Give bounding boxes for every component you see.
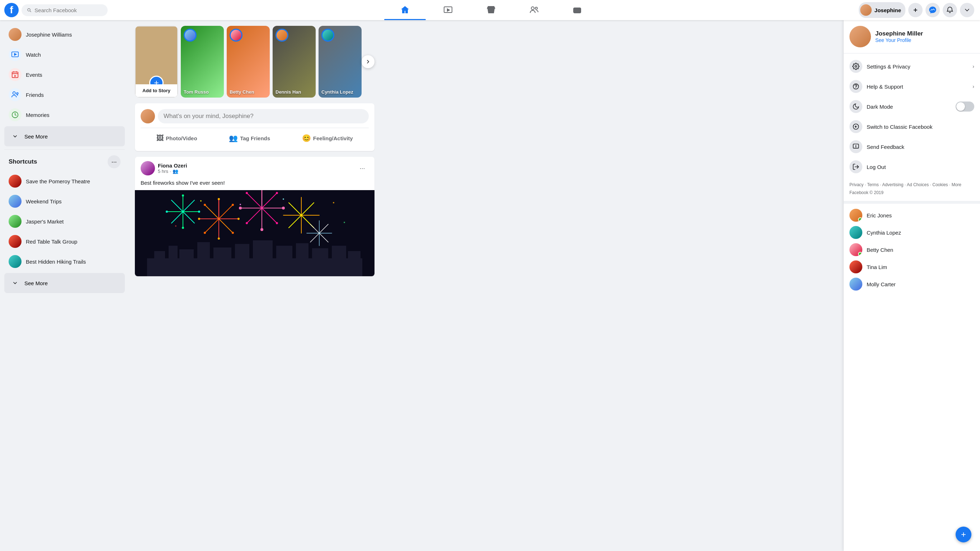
contact-tina-lim[interactable]: Tina Lim — [844, 258, 980, 276]
chevron-icon-container — [9, 130, 22, 143]
svg-rect-26 — [154, 251, 165, 262]
story-card-dennis-han[interactable]: Dennis Han — [273, 26, 316, 97]
svg-marker-15 — [14, 53, 17, 56]
sidebar-item-watch[interactable]: Watch — [4, 45, 125, 65]
nav-home-button[interactable] — [384, 2, 426, 19]
see-more-nav-button[interactable]: See More — [4, 126, 125, 147]
post-user-name[interactable]: Fiona Ozeri — [158, 162, 187, 169]
footer-cookies[interactable]: Cookies — [932, 182, 948, 187]
watch-label: Watch — [26, 52, 41, 58]
post-input[interactable] — [158, 109, 369, 123]
svg-rect-34 — [296, 243, 309, 262]
contact-molly-carter[interactable]: Molly Carter — [844, 276, 980, 293]
sidebar-item-profile[interactable]: Josephine Williams — [4, 24, 125, 45]
settings-icon — [850, 60, 862, 73]
story-avatar-betty — [229, 29, 242, 41]
add-story-card[interactable]: + Add to Story — [135, 26, 178, 97]
post-action-feeling[interactable]: 😊 Feeling/Activity — [296, 131, 359, 145]
search-input[interactable] — [35, 7, 103, 13]
profile-card[interactable]: Josephine Miller See Your Profile — [844, 20, 980, 53]
friends-icon-container — [9, 88, 22, 101]
svg-point-63 — [198, 210, 200, 213]
chevron-shortcuts-icon-container — [9, 277, 22, 290]
shortcut-item-weekend-trips[interactable]: Weekend Trips — [4, 191, 125, 211]
dark-mode-toggle[interactable] — [956, 102, 974, 111]
facebook-logo[interactable]: f — [4, 3, 19, 17]
watch-icon-container — [9, 48, 22, 61]
contact-betty-chen[interactable]: Betty Chen — [844, 241, 980, 258]
topnav-left: f — [0, 3, 129, 17]
chevron-down-icon — [964, 6, 970, 14]
profile-card-avatar — [850, 26, 871, 47]
stories-next-button[interactable] — [361, 55, 374, 68]
sidebar-item-memories[interactable]: Memories — [4, 105, 125, 125]
svg-point-2 — [489, 10, 490, 11]
shortcut-item-jaspers-market[interactable]: Jasper's Market — [4, 211, 125, 231]
sidebar-item-events[interactable]: Events — [4, 65, 125, 84]
photo-video-icon: 🖼 — [156, 134, 164, 142]
friends-icon — [11, 91, 19, 99]
post-action-photo-video[interactable]: 🖼 Photo/Video — [151, 131, 203, 145]
new-message-fab[interactable]: + — [956, 527, 971, 542]
svg-point-77 — [276, 222, 278, 224]
menu-item-feedback[interactable]: Send Feedback — [844, 137, 980, 157]
create-button[interactable] — [908, 3, 923, 17]
menu-item-settings[interactable]: Settings & Privacy › — [844, 56, 980, 76]
center-content: + Add to Story Tom Russo Betty Chen — [129, 20, 380, 551]
post-action-tag-friends[interactable]: 👥 Tag Friends — [223, 131, 276, 145]
nav-marketplace-button[interactable] — [470, 2, 512, 19]
contact-name-betty: Betty Chen — [867, 247, 893, 253]
story-card-tom-russo[interactable]: Tom Russo — [181, 26, 224, 97]
svg-point-76 — [282, 207, 285, 210]
footer-ad-choices[interactable]: Ad Choices — [907, 182, 929, 187]
menu-item-help[interactable]: Help & Support › — [844, 76, 980, 97]
nav-watch-button[interactable] — [427, 2, 469, 19]
shortcut-item-hiking[interactable]: Best Hidden Hiking Trails — [4, 252, 125, 272]
story-card-betty-chen[interactable]: Betty Chen — [227, 26, 270, 97]
svg-point-4 — [531, 7, 534, 10]
menu-item-classic[interactable]: Switch to Classic Facebook — [844, 116, 980, 137]
contact-avatar-molly — [850, 278, 862, 291]
footer-advertising[interactable]: Advertising — [882, 182, 903, 187]
svg-point-98 — [200, 200, 202, 202]
contact-name-eric: Eric Jones — [867, 212, 892, 218]
messenger-button[interactable] — [926, 3, 940, 17]
menu-button[interactable] — [960, 3, 974, 17]
see-more-shortcuts-button[interactable]: See More — [4, 273, 125, 293]
contact-eric-jones[interactable]: Eric Jones — [844, 207, 980, 224]
watch-icon — [443, 5, 453, 15]
search-bar[interactable] — [22, 4, 108, 16]
nav-gaming-button[interactable] — [556, 2, 598, 19]
shortcut-item-red-table[interactable]: Red Table Talk Group — [4, 231, 125, 252]
notifications-button[interactable] — [943, 3, 957, 17]
footer-more[interactable]: More — [952, 182, 961, 187]
menu-item-logout[interactable]: Log Out — [844, 157, 980, 177]
shortcut-item-save-pomeroy[interactable]: Save the Pomeroy Theatre — [4, 171, 125, 191]
profile-button[interactable]: Josephine — [859, 2, 905, 18]
help-label: Help & Support — [867, 84, 968, 90]
shortcut-red-table-icon — [9, 235, 22, 248]
see-profile-link[interactable]: See Your Profile — [875, 37, 923, 43]
profile-card-info: Josephine Miller See Your Profile — [875, 30, 923, 43]
nav-groups-button[interactable] — [513, 2, 555, 19]
footer-privacy[interactable]: Privacy — [850, 182, 864, 187]
contact-cynthia-lopez[interactable]: Cynthia Lopez — [844, 224, 980, 241]
footer-terms[interactable]: Terms — [867, 182, 879, 187]
svg-point-5 — [535, 7, 537, 10]
post-image-fireworks — [135, 190, 374, 276]
post-options-button[interactable]: ··· — [356, 162, 369, 175]
new-message-fab-container: + — [956, 527, 971, 542]
contact-name-molly: Molly Carter — [867, 281, 896, 287]
memories-icon — [11, 111, 19, 119]
menu-item-dark-mode[interactable]: Dark Mode — [844, 97, 980, 116]
contact-name-tina: Tina Lim — [867, 264, 887, 270]
svg-point-9 — [578, 10, 579, 11]
shortcuts-more-button[interactable]: ··· — [108, 155, 121, 168]
svg-marker-20 — [14, 75, 16, 77]
svg-point-102 — [175, 225, 177, 227]
story-card-cynthia-lopez[interactable]: Cynthia Lopez — [318, 26, 361, 97]
sidebar-item-friends[interactable]: Friends — [4, 84, 125, 105]
svg-point-10 — [579, 10, 581, 11]
svg-point-21 — [13, 92, 16, 94]
messenger-icon — [929, 6, 937, 14]
